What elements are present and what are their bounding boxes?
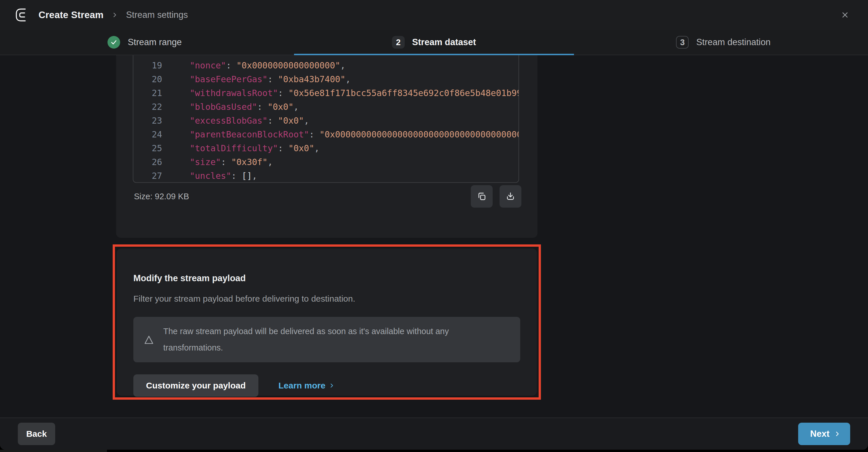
quicknode-logo-icon [15,7,30,23]
copy-icon [477,191,487,201]
payload-size-row: Size: 92.09 KB [134,185,521,208]
section-title: Modify the stream payload [133,273,520,283]
payload-size-label: Size: 92.09 KB [134,192,189,201]
backdrop-strip [0,450,107,452]
step-stream-dataset[interactable]: 2 Stream dataset [289,30,579,55]
download-payload-button[interactable] [499,185,521,208]
code-line: 26"size": "0x30f", [133,155,519,169]
step-label: Stream range [128,37,182,48]
copy-payload-button[interactable] [471,185,493,208]
learn-more-label: Learn more [279,381,326,390]
step-number-badge: 3 [676,36,689,49]
next-button[interactable]: Next [798,423,850,445]
payload-actions: Customize your payload Learn more [133,374,520,397]
chevron-right-icon [834,431,840,437]
step-label: Stream destination [696,37,770,48]
step-complete-icon [107,36,120,49]
step-number-badge: 2 [392,36,405,49]
code-line: 22"blobGasUsed": "0x0", [133,100,519,114]
raw-payload-warning: The raw stream payload will be delivered… [133,317,520,362]
modify-payload-card: Modify the stream payload Filter your st… [117,248,537,396]
download-icon [505,191,515,201]
code-line: 20"baseFeePerGas": "0xba43b7400", [133,72,519,86]
payload-code-viewer[interactable]: 18"mixHash": "0x000000000000000000000000… [133,55,519,183]
step-stream-range[interactable]: Stream range [0,30,289,55]
section-subtitle: Filter your stream payload before delive… [133,294,520,304]
step-label: Stream dataset [412,37,476,48]
close-button[interactable] [837,7,853,23]
page-title: Create Stream [38,9,103,21]
breadcrumb: Stream settings [126,10,188,20]
warning-text: The raw stream payload will be delivered… [163,323,497,356]
chevron-right-icon [329,383,335,388]
code-line: 19"nonce": "0x0000000000000000", [133,59,519,72]
customize-payload-button[interactable]: Customize your payload [133,374,258,397]
next-label: Next [810,429,830,439]
code-line: 23"excessBlobGas": "0x0", [133,114,519,128]
back-button[interactable]: Back [18,423,55,445]
learn-more-link[interactable]: Learn more [279,381,335,390]
warning-triangle-icon [144,334,154,345]
content-area: 18"mixHash": "0x000000000000000000000000… [0,55,868,418]
code-line: 27"uncles": [], [133,169,519,183]
dataset-preview-card: 18"mixHash": "0x000000000000000000000000… [116,55,537,238]
code-line: 18"mixHash": "0x000000000000000000000000… [133,55,519,59]
header-bar: Create Stream Stream settings [0,0,868,30]
stepper: Stream range 2 Stream dataset 3 Stream d… [0,30,868,55]
create-stream-dialog: Create Stream Stream settings Stream ran… [0,0,868,450]
close-icon [841,11,849,19]
highlight-red-border: Modify the stream payload Filter your st… [113,244,541,400]
footer-bar: Back Next [0,418,868,450]
code-line: 25"totalDifficulty": "0x0", [133,142,519,155]
code-scroll: 18"mixHash": "0x000000000000000000000000… [133,55,519,183]
chevron-right-icon [112,12,118,18]
code-line: 21"withdrawalsRoot": "0x56e81f171bcc55a6… [133,86,519,100]
code-line: 24"parentBeaconBlockRoot": "0x0000000000… [133,128,519,142]
step-stream-destination[interactable]: 3 Stream destination [579,30,868,55]
